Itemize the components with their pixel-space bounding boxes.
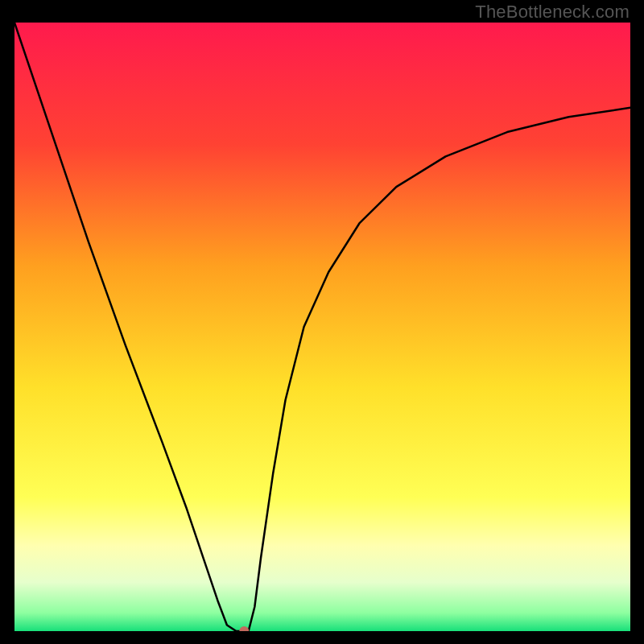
gradient-background [14, 23, 630, 631]
plot-area [14, 23, 630, 631]
watermark-text: TheBottleneck.com [475, 2, 630, 23]
chart-svg [14, 23, 630, 631]
chart-frame: TheBottleneck.com [0, 0, 644, 644]
